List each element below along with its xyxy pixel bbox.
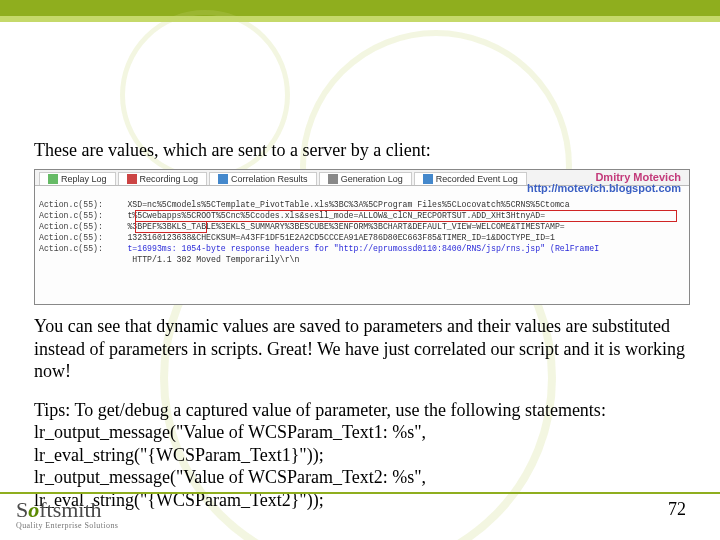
paragraph-1: You can see that dynamic values are save… [34, 315, 700, 383]
code-line: lr_eval_string("{WCSParam_Text1}")); [34, 445, 324, 465]
log-line-col1: Action.c(55): [39, 233, 103, 242]
log-line-text: t=16993ms: 1054-byte response headers fo… [127, 244, 599, 253]
intro-text: These are values, which are sent to a se… [34, 140, 700, 161]
tab-recorded-event-log[interactable]: Recorded Event Log [414, 172, 527, 185]
log-line-col1: Action.c(55): [39, 200, 103, 209]
log-screenshot: Replay Log Recording Log Correlation Res… [34, 169, 690, 305]
logo-brand: Softsmith [16, 497, 118, 523]
event-icon [423, 174, 433, 184]
logo: Softsmith Quality Enterprise Solutions [16, 497, 118, 530]
tab-label: Generation Log [341, 174, 403, 184]
code-line: lr_output_message("Value of WCSParam_Tex… [34, 422, 426, 442]
logo-accent: o [28, 497, 39, 522]
page-number: 72 [668, 499, 686, 520]
log-line-text: HTTP/1.1 302 Moved Temporarily\r\n [132, 255, 299, 264]
highlight-box-1 [135, 210, 677, 222]
tab-label: Correlation Results [231, 174, 308, 184]
tab-label: Recorded Event Log [436, 174, 518, 184]
tab-correlation-results[interactable]: Correlation Results [209, 172, 317, 185]
slide-top-bar-2 [0, 16, 720, 22]
log-line-text: 1323160123638&CHECKSUM=A43FF1DF51E2A2CD5… [127, 233, 554, 242]
record-icon [127, 174, 137, 184]
tips-block: Tips: To get/debug a captured value of p… [34, 399, 700, 512]
log-line-col1: Action.c(55): [39, 244, 103, 253]
logo-tagline: Quality Enterprise Solutions [16, 521, 118, 530]
log-body: Action.c(55): XSD=nc%5Cmodels%5CTemplate… [35, 186, 689, 304]
logo-rest: ftsmith [39, 497, 101, 522]
log-line-col1: Action.c(55): [39, 211, 103, 220]
slide-top-bar [0, 0, 720, 16]
tab-label: Replay Log [61, 174, 107, 184]
correlate-icon [218, 174, 228, 184]
tab-replay-log[interactable]: Replay Log [39, 172, 116, 185]
highlight-box-2 [135, 221, 207, 233]
tab-recording-log[interactable]: Recording Log [118, 172, 208, 185]
slide-content: These are values, which are sent to a se… [34, 140, 700, 511]
log-line-text: XSD=nc%5Cmodels%5CTemplate_PivotTable.xl… [127, 200, 569, 209]
bottom-rule [0, 492, 720, 494]
play-icon [48, 174, 58, 184]
gen-icon [328, 174, 338, 184]
tab-label: Recording Log [140, 174, 199, 184]
logo-letter: S [16, 497, 28, 522]
log-line-col1: Action.c(55): [39, 222, 103, 231]
code-line: lr_output_message("Value of WCSParam_Tex… [34, 467, 426, 487]
tab-generation-log[interactable]: Generation Log [319, 172, 412, 185]
tips-label: Tips: To get/debug a captured value of p… [34, 400, 606, 420]
